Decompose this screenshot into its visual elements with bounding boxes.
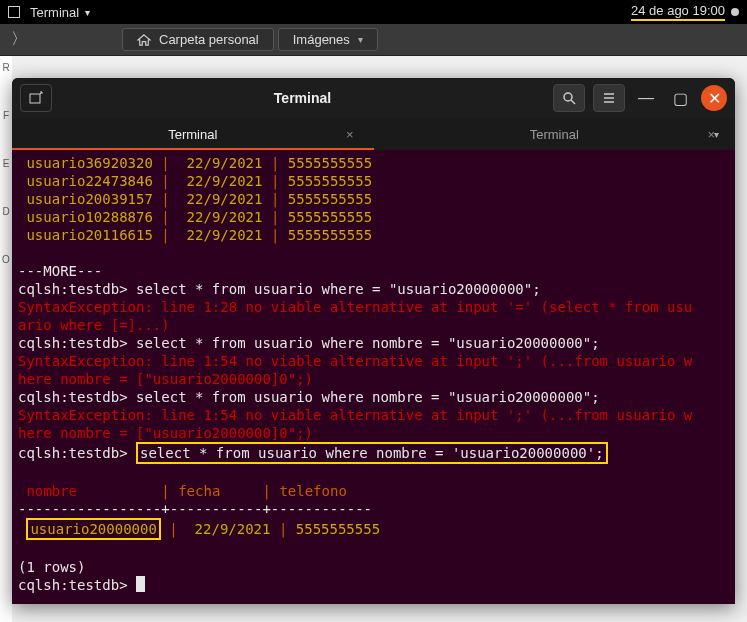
result-header-nombre: nombre bbox=[26, 483, 77, 499]
cql-prompt: cqlsh:testdb> bbox=[18, 281, 128, 297]
breadcrumb-home-label: Carpeta personal bbox=[159, 32, 259, 47]
tab-label: Terminal bbox=[168, 127, 217, 142]
cql-query: select * from usuario where nombre = "us… bbox=[136, 389, 600, 405]
hamburger-icon bbox=[602, 91, 616, 105]
more-prompt: ---MORE--- bbox=[18, 263, 102, 279]
highlighted-result: usuario20000000 bbox=[26, 518, 160, 540]
search-icon bbox=[562, 91, 576, 105]
result-header-fecha: fecha bbox=[178, 483, 220, 499]
cursor bbox=[136, 576, 145, 592]
maximize-button[interactable]: ▢ bbox=[667, 85, 693, 111]
svg-rect-0 bbox=[30, 94, 40, 103]
cql-prompt: cqlsh:testdb> bbox=[18, 445, 128, 461]
cql-query: select * from usuario where = "usuario20… bbox=[136, 281, 541, 297]
new-tab-button[interactable] bbox=[20, 84, 52, 112]
error-line: SyntaxException: line 1:28 no viable alt… bbox=[18, 299, 692, 315]
table-row: usuario20116615 | 22/9/2021 | 5555555555 bbox=[18, 227, 372, 243]
cql-prompt: cqlsh:testdb> bbox=[18, 335, 128, 351]
error-line: ario where [=]...) bbox=[18, 317, 170, 333]
error-line: here nombre = ["usuario2000000]0";) bbox=[18, 425, 313, 441]
error-line: SyntaxException: line 1:54 no viable alt… bbox=[18, 407, 692, 423]
tab-close-icon[interactable]: × bbox=[346, 127, 354, 142]
system-topbar: Terminal ▾ 24 de ago 19:00 bbox=[0, 0, 747, 24]
breadcrumb-home[interactable]: Carpeta personal bbox=[122, 28, 274, 51]
result-separator: -----------------+-----------+----------… bbox=[18, 501, 372, 517]
left-panel-strip: RFEDO bbox=[0, 56, 12, 622]
result-tel: 5555555555 bbox=[296, 521, 380, 537]
terminal-app-icon bbox=[8, 6, 20, 18]
error-line: here nombre = ["usuario2000000]0";) bbox=[18, 371, 313, 387]
chevron-down-icon: ▾ bbox=[358, 34, 363, 45]
cql-prompt: cqlsh:testdb> bbox=[18, 577, 128, 593]
chevron-down-icon[interactable]: ▾ bbox=[714, 129, 719, 140]
minimize-button[interactable]: — bbox=[633, 85, 659, 111]
back-button[interactable]: 〉 bbox=[4, 26, 34, 54]
breadcrumb-folder-label: Imágenes bbox=[293, 32, 350, 47]
terminal-tabbar: Terminal × Terminal × ▾ bbox=[12, 118, 735, 150]
svg-line-3 bbox=[571, 100, 575, 104]
tab-terminal-1[interactable]: Terminal × bbox=[12, 118, 374, 150]
rowcount: (1 rows) bbox=[18, 559, 85, 575]
topbar-date: 24 de ago 19:00 bbox=[631, 3, 725, 21]
cql-prompt: cqlsh:testdb> bbox=[18, 389, 128, 405]
file-breadcrumb: 〉 Carpeta personal Imágenes ▾ bbox=[0, 24, 747, 56]
menu-button[interactable] bbox=[593, 84, 625, 112]
table-row: usuario20039157 | 22/9/2021 | 5555555555 bbox=[18, 191, 372, 207]
breadcrumb-folder[interactable]: Imágenes ▾ bbox=[278, 28, 378, 51]
table-row: usuario10288876 | 22/9/2021 | 5555555555 bbox=[18, 209, 372, 225]
tab-label: Terminal bbox=[530, 127, 579, 142]
error-line: SyntaxException: line 1:54 no viable alt… bbox=[18, 353, 692, 369]
cql-query: select * from usuario where nombre = "us… bbox=[136, 335, 600, 351]
window-titlebar: Terminal — ▢ ✕ bbox=[12, 78, 735, 118]
highlighted-query: select * from usuario where nombre = 'us… bbox=[136, 442, 608, 464]
result-fecha: 22/9/2021 bbox=[195, 521, 271, 537]
new-tab-icon bbox=[29, 91, 43, 105]
topbar-clock[interactable]: 24 de ago 19:00 bbox=[631, 3, 739, 21]
topbar-app-label: Terminal bbox=[30, 5, 79, 20]
svg-point-2 bbox=[564, 93, 572, 101]
table-row: usuario36920320 | 22/9/2021 | 5555555555 bbox=[18, 155, 372, 171]
table-row: usuario22473846 | 22/9/2021 | 5555555555 bbox=[18, 173, 372, 189]
chevron-down-icon: ▾ bbox=[85, 7, 90, 18]
topbar-app[interactable]: Terminal ▾ bbox=[8, 5, 90, 20]
window-title: Terminal bbox=[60, 90, 545, 106]
close-button[interactable]: ✕ bbox=[701, 85, 727, 111]
result-header-tel: telefono bbox=[279, 483, 346, 499]
terminal-output[interactable]: usuario36920320 | 22/9/2021 | 5555555555… bbox=[12, 150, 735, 604]
search-button[interactable] bbox=[553, 84, 585, 112]
home-icon bbox=[137, 34, 151, 46]
terminal-window: Terminal — ▢ ✕ Terminal × Terminal × ▾ u… bbox=[12, 78, 735, 604]
status-dot-icon bbox=[731, 8, 739, 16]
tab-terminal-2[interactable]: Terminal × ▾ bbox=[374, 118, 736, 150]
